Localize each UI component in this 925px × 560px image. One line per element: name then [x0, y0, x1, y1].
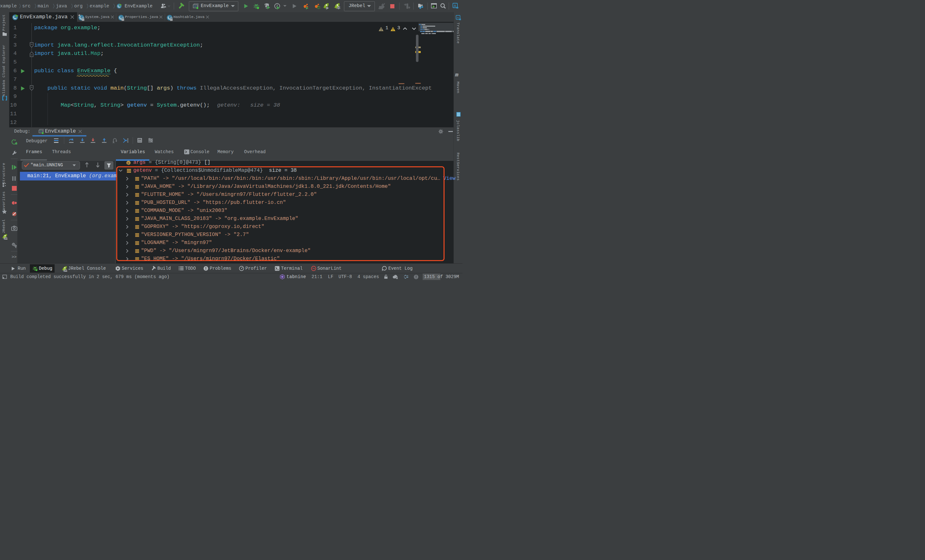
- svg-text:A: A: [454, 4, 456, 8]
- svg-text:p: p: [128, 161, 130, 165]
- svg-text:JR: JR: [4, 237, 7, 239]
- svg-text:A: A: [457, 16, 459, 19]
- svg-text:JR: JR: [64, 269, 67, 272]
